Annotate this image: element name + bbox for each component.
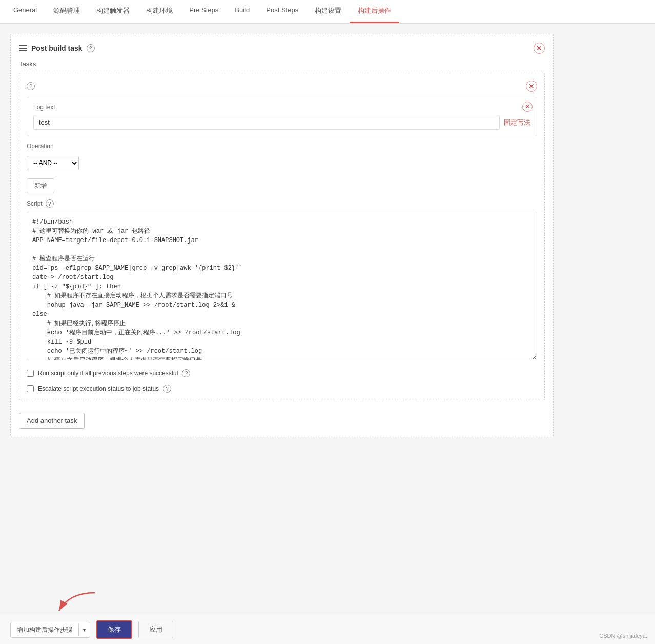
- checkbox-run-script-row: Run script only if all previous steps we…: [27, 369, 537, 377]
- tab-source[interactable]: 源码管理: [45, 0, 88, 23]
- script-help-badge[interactable]: ?: [46, 199, 54, 208]
- operation-select[interactable]: -- AND -- -- OR -- -- NOT --: [27, 156, 79, 170]
- checkbox-escalate-row: Escalate script execution status to job …: [27, 385, 537, 393]
- card-title: Post build task: [31, 44, 83, 52]
- add-another-task-button[interactable]: Add another task: [19, 413, 85, 429]
- tab-presteps[interactable]: Pre Steps: [181, 0, 227, 23]
- log-fixed-text: 固定写法: [504, 118, 530, 127]
- add-condition-button[interactable]: 新增: [27, 178, 54, 193]
- script-section: Script ? #!/bin/bash # 这里可替换为你的 war 或 ja…: [27, 199, 537, 362]
- script-label-row: Script ?: [27, 199, 537, 208]
- tab-env[interactable]: 构建环境: [138, 0, 181, 23]
- post-build-card: Post build task ? ✕ Tasks ? ✕ ✕ Log text…: [10, 34, 554, 437]
- card-help-badge[interactable]: ?: [87, 44, 95, 52]
- script-textarea[interactable]: #!/bin/bash # 这里可替换为你的 war 或 jar 包路径 APP…: [27, 212, 537, 360]
- task-inner-card: ? ✕ ✕ Log text 固定写法 Operation -- AND -- …: [19, 73, 545, 400]
- task-inner-close-button[interactable]: ✕: [526, 80, 537, 92]
- log-text-input-row: 固定写法: [33, 115, 530, 130]
- card-close-button[interactable]: ✕: [534, 43, 545, 54]
- tab-poststeps[interactable]: Post Steps: [258, 0, 306, 23]
- card-title-area: Post build task ?: [19, 44, 95, 52]
- hamburger-icon[interactable]: [19, 45, 27, 51]
- log-text-input[interactable]: [33, 115, 500, 130]
- tab-trigger[interactable]: 构建触发器: [88, 0, 138, 23]
- tasks-label: Tasks: [19, 60, 545, 68]
- operation-label: Operation: [27, 143, 537, 150]
- main-content: Post build task ? ✕ Tasks ? ✕ ✕ Log text…: [0, 24, 564, 487]
- card-header: Post build task ? ✕: [19, 43, 545, 54]
- tab-bar: General源码管理构建触发器构建环境Pre StepsBuildPost S…: [0, 0, 655, 24]
- log-text-label: Log text: [33, 104, 530, 111]
- log-text-close-button[interactable]: ✕: [522, 102, 533, 112]
- task-question-badge[interactable]: ?: [27, 82, 35, 90]
- checkbox2-help-badge[interactable]: ?: [163, 385, 171, 393]
- checkbox-run-script[interactable]: [27, 370, 34, 377]
- operation-section: Operation -- AND -- -- OR -- -- NOT --: [27, 143, 537, 170]
- tab-buildsettings[interactable]: 构建设置: [306, 0, 350, 23]
- checkbox-run-script-label: Run script only if all previous steps we…: [38, 370, 178, 377]
- tab-postbuild[interactable]: 构建后操作: [350, 0, 399, 23]
- tab-build[interactable]: Build: [227, 0, 258, 23]
- tab-general[interactable]: General: [5, 0, 45, 23]
- checkbox-escalate-label: Escalate script execution status to job …: [38, 385, 159, 392]
- log-text-section: ✕ Log text 固定写法: [27, 97, 537, 136]
- task-inner-header: ? ✕: [27, 80, 537, 92]
- checkbox-escalate[interactable]: [27, 385, 34, 392]
- checkbox1-help-badge[interactable]: ?: [182, 369, 190, 377]
- script-label: Script: [27, 200, 43, 207]
